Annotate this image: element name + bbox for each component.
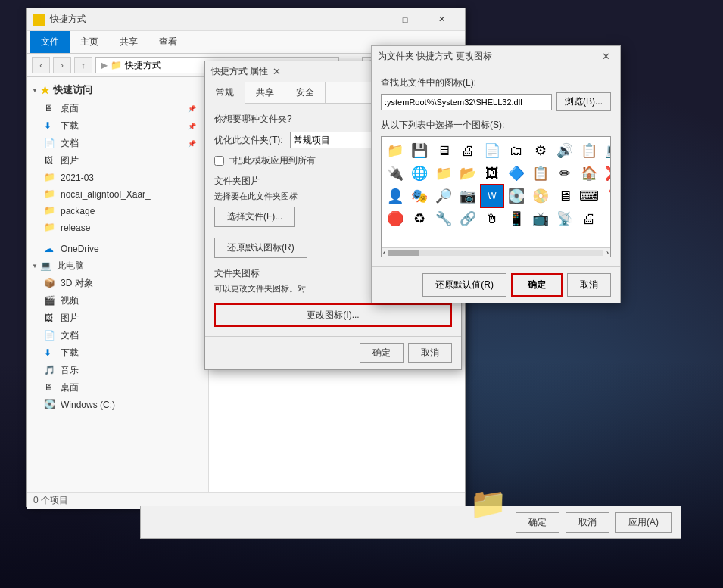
bottom-cancel-button[interactable]: 取消 xyxy=(566,512,609,533)
desktop2-label: 桌面 xyxy=(61,381,79,394)
icon-cell[interactable]: 🔗 xyxy=(457,208,478,229)
icon-cell-selected[interactable]: W xyxy=(481,185,503,207)
minimize-button[interactable]: ─ xyxy=(351,8,386,31)
properties-cancel-button[interactable]: 取消 xyxy=(408,343,452,363)
forward-button[interactable]: › xyxy=(53,57,71,73)
sidebar-item-dl2[interactable]: ⬇ 下载 xyxy=(27,344,208,362)
tab-home[interactable]: 主页 xyxy=(70,31,109,53)
sidebar-item-music[interactable]: 🎵 音乐 xyxy=(27,362,208,379)
browse-button[interactable]: 浏览(B)... xyxy=(556,92,611,111)
tab-share[interactable]: 共享 xyxy=(109,31,148,53)
icon-cell[interactable]: 🎭 xyxy=(409,185,430,207)
icon-cell[interactable]: 📁 xyxy=(433,163,454,184)
sidebar-item-windows-c[interactable]: 💽 Windows (C:) xyxy=(27,397,208,413)
icon-cell[interactable]: 📋 xyxy=(530,163,551,184)
restore-default-button[interactable]: 还原默认图标(R) xyxy=(214,238,307,258)
icon-cell[interactable]: 📁 xyxy=(385,140,406,161)
sidebar-item-onedrive[interactable]: ☁ OneDrive xyxy=(27,241,208,257)
template-checkbox[interactable] xyxy=(214,156,224,166)
sidebar-item-thispc[interactable]: ▼ 💻 此电脑 xyxy=(27,257,208,275)
change-icon-close-button[interactable]: ✕ xyxy=(597,48,614,65)
scroll-thumb[interactable] xyxy=(388,250,419,256)
icon-cell[interactable]: ✏ xyxy=(554,163,575,184)
icon-cell[interactable]: 📺 xyxy=(530,208,551,229)
sidebar-item-release[interactable]: 📁 release xyxy=(27,219,208,236)
sidebar-item-desktop2[interactable]: 🖥 桌面 xyxy=(27,379,208,397)
change-icon-title: 为文件夹 快捷方式 更改图标 xyxy=(378,50,597,63)
icon-cell[interactable]: ❌ xyxy=(603,163,611,184)
confirm-cancel-button[interactable]: 取消 xyxy=(567,273,611,297)
icon-cell[interactable]: ⌨ xyxy=(578,185,600,207)
scroll-right[interactable]: › xyxy=(605,249,610,257)
icon-cell[interactable]: 📷 xyxy=(457,185,478,207)
icon-cell[interactable]: 📄 xyxy=(481,140,503,161)
quick-access-header[interactable]: ▼ ★ 快速访问 xyxy=(27,80,208,100)
icon-cell[interactable]: 📋 xyxy=(578,140,600,161)
sidebar-item-pictures[interactable]: 🖼 图片 xyxy=(27,152,208,170)
icon-cell[interactable]: 🗂 xyxy=(506,140,527,161)
icon-cell[interactable]: 💽 xyxy=(506,185,527,207)
change-icon-btn-row: 还原默认值(R) 确定 取消 xyxy=(372,266,620,303)
sidebar-item-nocai[interactable]: 📁 nocai_aligntool_Xaar_ xyxy=(27,186,208,203)
sidebar-item-doc2[interactable]: 📄 文档 xyxy=(27,327,208,344)
icon-cell[interactable]: ♻ xyxy=(409,208,430,229)
close-button[interactable]: ✕ xyxy=(424,8,459,31)
choose-file-button[interactable]: 选择文件(F)... xyxy=(214,207,295,227)
back-button[interactable]: ‹ xyxy=(32,57,50,73)
icon-cell[interactable]: 🔧 xyxy=(433,208,454,229)
sidebar-item-pic2[interactable]: 🖼 图片 xyxy=(27,310,208,327)
sidebar-item-desktop[interactable]: 🖥 桌面 📌 xyxy=(27,100,208,117)
properties-btn-row: 确定 取消 xyxy=(205,336,461,369)
icon-cell[interactable]: 🖥 xyxy=(433,140,454,161)
icon-cell[interactable]: 👤 xyxy=(385,185,406,207)
icon-cell[interactable]: 🏠 xyxy=(578,163,600,184)
scroll-left[interactable]: ‹ xyxy=(382,249,387,257)
sidebar-item-download[interactable]: ⬇ 下载 📌 xyxy=(27,117,208,135)
icon-cell[interactable]: 🌐 xyxy=(409,163,430,184)
icon-cell[interactable]: 🖨 xyxy=(457,140,478,161)
icon-cell[interactable]: 💾 xyxy=(409,140,430,161)
sidebar-item-documents[interactable]: 📄 文档 📌 xyxy=(27,135,208,152)
icon-grid[interactable]: 📁 💾 🖥 🖨 📄 🗂 ⚙ 🔊 📋 💻 🔌 🌐 📁 📂 🖼 🔷 📋 ✏ xyxy=(381,136,611,257)
change-icon-button[interactable]: 更改图标(I)... xyxy=(214,303,452,327)
confirm-ok-button[interactable]: 确定 xyxy=(511,273,563,297)
tab-view[interactable]: 查看 xyxy=(148,31,188,53)
tab-file[interactable]: 文件 xyxy=(30,31,70,53)
scroll-track[interactable] xyxy=(388,250,603,256)
icon-cell[interactable]: 🖥 xyxy=(554,185,575,207)
tab-general[interactable]: 常规 xyxy=(205,82,245,104)
icon-cell[interactable]: 🔌 xyxy=(385,163,406,184)
quick-access-label: 快速访问 xyxy=(53,83,92,97)
icon-cell[interactable]: 📀 xyxy=(530,185,551,207)
icon-cell[interactable]: 🛑 xyxy=(385,208,406,229)
icon-cell[interactable]: 📡 xyxy=(554,208,575,229)
icon-cell[interactable]: 🔷 xyxy=(506,163,527,184)
up-button[interactable]: ↑ xyxy=(74,57,92,73)
icon-cell[interactable]: 📂 xyxy=(457,163,478,184)
icon-cell[interactable]: 🔊 xyxy=(554,140,575,161)
bottom-apply-button[interactable]: 应用(A) xyxy=(615,512,672,533)
tab-share[interactable]: 共享 xyxy=(245,82,285,103)
icon-cell[interactable]: ⚙ xyxy=(530,140,551,161)
icon-cell[interactable]: 🖼 xyxy=(481,163,503,184)
tab-security[interactable]: 安全 xyxy=(285,82,326,103)
maximize-button[interactable]: □ xyxy=(388,8,422,31)
icon-cell[interactable]: 💻 xyxy=(603,140,611,161)
sidebar-item-package[interactable]: 📁 package xyxy=(27,203,208,219)
icon-cell[interactable]: 🖨 xyxy=(578,208,600,229)
icon-cell[interactable]: ❓ xyxy=(603,185,611,207)
properties-close-button[interactable]: ✕ xyxy=(268,64,285,80)
icon-cell[interactable]: 📱 xyxy=(506,208,527,229)
sidebar-item-2021[interactable]: 📁 2021-03 xyxy=(27,170,208,186)
sidebar-item-3d[interactable]: 📦 3D 对象 xyxy=(27,275,208,292)
icon-grid-inner: 📁 💾 🖥 🖨 📄 🗂 ⚙ 🔊 📋 💻 🔌 🌐 📁 📂 🖼 🔷 📋 ✏ xyxy=(382,137,610,232)
properties-ok-button[interactable]: 确定 xyxy=(360,343,404,363)
icon-path-input[interactable] xyxy=(381,94,552,110)
sidebar-item-video[interactable]: 🎬 视频 xyxy=(27,292,208,310)
icon-cell[interactable]: 🖱 xyxy=(481,208,503,229)
bottom-ok-button[interactable]: 确定 xyxy=(516,512,559,533)
icon-cell[interactable]: 🔎 xyxy=(433,185,454,207)
icon-scrollbar[interactable]: ‹ › xyxy=(382,247,610,257)
sidebar-item-documents-label: 文档 xyxy=(61,137,79,150)
reset-default-button[interactable]: 还原默认值(R) xyxy=(422,273,506,297)
